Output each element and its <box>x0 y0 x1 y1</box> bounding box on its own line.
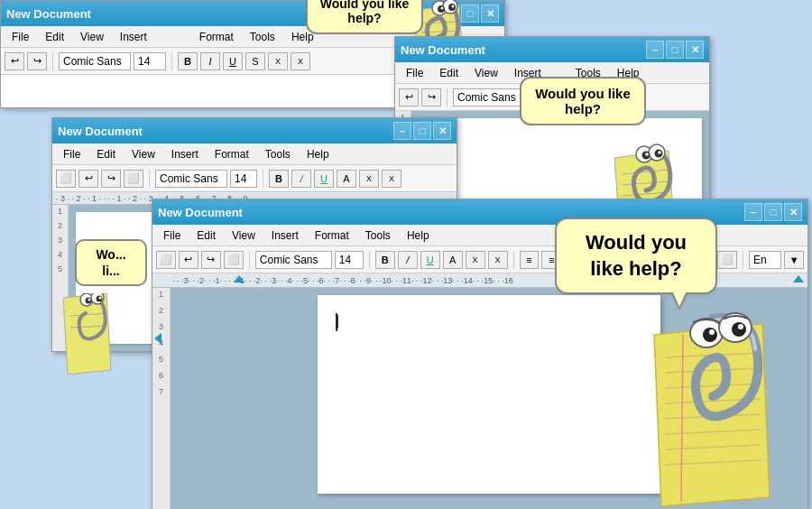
strike-btn-4[interactable]: S <box>245 52 265 70</box>
left-ruler-1: 1 2 3 4 5 6 7 <box>152 288 171 509</box>
menu-edit-1[interactable]: Edit <box>189 227 223 244</box>
menu-help-2[interactable]: Help <box>300 146 337 162</box>
menu-edit-4[interactable]: Edit <box>38 29 71 45</box>
bold-btn-4[interactable]: B <box>178 52 198 70</box>
cursor-1: | <box>336 313 337 331</box>
title-bar-buttons-1[interactable]: – □ ✕ <box>744 203 802 221</box>
menu-view-2[interactable]: View <box>125 146 162 162</box>
menu-help-1[interactable]: Help <box>400 227 437 244</box>
underline-btn-2[interactable]: U <box>314 170 334 188</box>
menu-view-1[interactable]: View <box>225 227 263 244</box>
font-size-1[interactable] <box>335 251 364 269</box>
strike-btn-2[interactable]: A <box>337 170 356 188</box>
close-btn-1[interactable]: ✕ <box>784 203 802 221</box>
ruler-marker-right <box>793 275 804 282</box>
menu-file-2[interactable]: File <box>56 146 88 162</box>
italic-btn-4[interactable]: I <box>200 52 220 70</box>
icon2-1[interactable]: ⬜ <box>224 251 244 269</box>
close-btn-3[interactable]: ✕ <box>686 41 704 59</box>
sep3-1 <box>513 251 514 269</box>
menu-view-4[interactable]: View <box>73 29 111 45</box>
font-input-1[interactable] <box>255 251 332 269</box>
x2-2[interactable]: X <box>382 170 401 188</box>
font-input-4[interactable] <box>59 52 131 70</box>
redo-btn-3[interactable]: ↪ <box>421 88 441 106</box>
underline-btn-4[interactable]: U <box>223 52 243 70</box>
bold-btn-2[interactable]: B <box>269 170 289 188</box>
redo-btn-4[interactable]: ↪ <box>27 52 47 70</box>
window-1[interactable]: New Document – □ ✕ File Edit View Insert… <box>152 199 808 509</box>
menu-format-1[interactable]: Format <box>308 227 356 244</box>
menu-edit-2[interactable]: Edit <box>89 146 123 162</box>
icon2-2[interactable]: ⬜ <box>124 170 143 188</box>
undo-btn-2[interactable]: ↩ <box>78 170 98 188</box>
doc-page-1[interactable]: | <box>318 295 660 494</box>
sep6-1 <box>743 251 743 269</box>
speech-bubble-3: Would you like help? <box>520 77 646 125</box>
undo-btn-1[interactable]: ↩ <box>179 251 198 269</box>
title-bar-buttons-2[interactable]: – □ ✕ <box>393 122 451 140</box>
title-bar-buttons-3[interactable]: – □ ✕ <box>646 41 704 59</box>
x2-1[interactable]: X <box>488 251 508 269</box>
menu-bar-2: File Edit View Insert Format Tools Help <box>52 143 457 165</box>
redo-btn-2[interactable]: ↪ <box>101 170 121 188</box>
minimize-btn-3[interactable]: – <box>646 41 664 59</box>
underline-btn-1[interactable]: U <box>420 251 440 269</box>
icon1-1[interactable]: ⬜ <box>156 251 176 269</box>
maximize-btn-2[interactable]: □ <box>413 122 431 140</box>
menu-file-3[interactable]: File <box>399 65 430 81</box>
align-btn-1[interactable]: ≡ <box>520 251 540 269</box>
menu-insert-2[interactable]: Insert <box>164 146 206 162</box>
sep2-4 <box>171 52 172 70</box>
bubble-tail-inner <box>672 291 687 307</box>
minimize-btn-2[interactable]: – <box>393 122 411 140</box>
strike-btn-1[interactable]: A <box>443 251 463 269</box>
maximize-btn-3[interactable]: □ <box>666 41 684 59</box>
redo-btn-1[interactable]: ↪ <box>201 251 221 269</box>
minimize-btn-1[interactable]: – <box>744 203 762 221</box>
undo-btn-4[interactable]: ↩ <box>5 52 24 70</box>
menu-view-3[interactable]: View <box>467 65 505 81</box>
svg-point-42 <box>732 322 746 337</box>
italic-btn-2[interactable]: / <box>291 170 311 188</box>
x1-2[interactable]: X <box>359 170 379 188</box>
ruler-v-marker-1 <box>154 333 161 344</box>
lr-1-5: 5 <box>152 355 170 364</box>
close-btn-4[interactable]: ✕ <box>481 5 499 23</box>
toolbar-2: ⬜ ↩ ↪ ⬜ B / U A X X <box>52 165 457 192</box>
italic-btn-1[interactable]: / <box>398 251 418 269</box>
x1-1[interactable]: X <box>466 251 485 269</box>
menu-edit-3[interactable]: Edit <box>432 65 466 81</box>
sep-1 <box>249 251 250 269</box>
font-input-3[interactable] <box>453 88 525 106</box>
menu-tools-1[interactable]: Tools <box>358 227 398 244</box>
close-btn-2[interactable]: ✕ <box>433 122 451 140</box>
icon1-2[interactable]: ⬜ <box>56 170 76 188</box>
clippy-svg-large <box>645 308 789 509</box>
lang-dd-1[interactable]: ▼ <box>784 251 804 269</box>
font-size-4[interactable] <box>134 52 166 70</box>
lr-num-2-5: 5 <box>52 264 68 273</box>
maximize-btn-1[interactable]: □ <box>764 203 782 221</box>
x2-4[interactable]: X <box>291 52 310 70</box>
lr-1-6: 6 <box>152 371 170 380</box>
menu-tools-2[interactable]: Tools <box>258 146 298 162</box>
menu-file-4[interactable]: File <box>5 29 36 45</box>
sep-2 <box>149 170 150 188</box>
menu-tools-4[interactable]: Tools <box>243 29 282 45</box>
svg-point-44 <box>738 324 743 329</box>
menu-file-1[interactable]: File <box>156 227 188 244</box>
font-size-2[interactable] <box>230 170 257 188</box>
menu-insert-4[interactable]: Insert <box>113 29 154 45</box>
lang-input-1[interactable] <box>749 251 781 269</box>
font-input-2[interactable] <box>155 170 227 188</box>
x1-4[interactable]: X <box>268 52 288 70</box>
window-title-2: New Document <box>58 125 393 138</box>
svg-point-41 <box>703 328 717 342</box>
undo-btn-3[interactable]: ↩ <box>399 88 419 106</box>
img-btn-1[interactable]: ⬜ <box>717 251 737 269</box>
menu-insert-1[interactable]: Insert <box>264 227 306 244</box>
bold-btn-1[interactable]: B <box>375 251 395 269</box>
menu-format-2[interactable]: Format <box>208 146 256 162</box>
menu-format-4[interactable]: Format <box>192 29 241 45</box>
